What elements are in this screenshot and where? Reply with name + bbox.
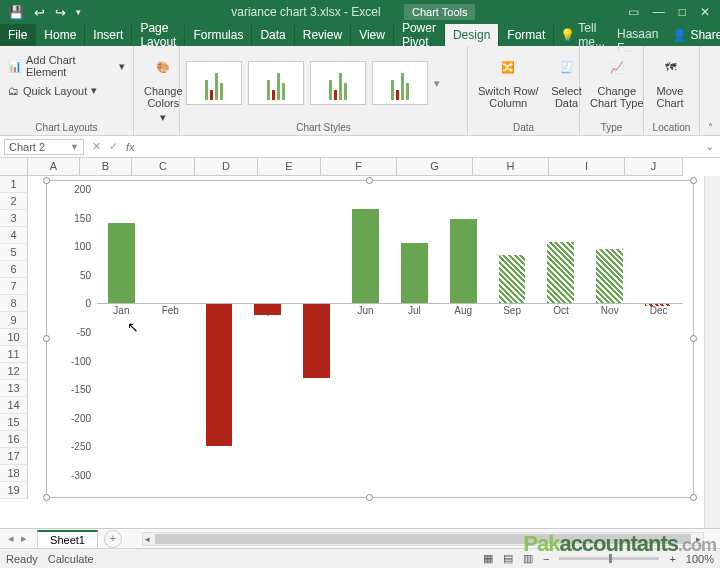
user-name[interactable]: Hasaan F... bbox=[611, 24, 664, 46]
row-header[interactable]: 16 bbox=[0, 431, 28, 448]
bar[interactable] bbox=[547, 242, 574, 303]
close-icon[interactable]: ✕ bbox=[700, 5, 710, 19]
column-header[interactable]: C bbox=[132, 158, 195, 176]
bar[interactable] bbox=[352, 209, 379, 303]
column-header[interactable]: D bbox=[195, 158, 258, 176]
enter-icon[interactable]: ✓ bbox=[109, 140, 118, 153]
chart-style-4[interactable] bbox=[372, 61, 428, 105]
column-header[interactable]: G bbox=[397, 158, 473, 176]
tab-design[interactable]: Design bbox=[445, 24, 499, 46]
bar[interactable] bbox=[303, 303, 330, 377]
resize-handle[interactable] bbox=[366, 177, 373, 184]
styles-more-icon[interactable]: ▾ bbox=[434, 77, 440, 90]
resize-handle[interactable] bbox=[690, 494, 697, 501]
tab-format[interactable]: Format bbox=[499, 24, 554, 46]
bar[interactable] bbox=[401, 243, 428, 303]
sheet-nav[interactable]: ◂ ▸ bbox=[0, 532, 37, 545]
tab-home[interactable]: Home bbox=[36, 24, 85, 46]
tab-review[interactable]: Review bbox=[295, 24, 351, 46]
cells-area[interactable]: 200150100500-50-100-150-200-250-300 JanF… bbox=[28, 176, 704, 528]
share-button[interactable]: 👤 Share bbox=[664, 24, 720, 46]
tab-insert[interactable]: Insert bbox=[85, 24, 132, 46]
tab-page-layout[interactable]: Page Layout bbox=[132, 24, 185, 46]
row-header[interactable]: 15 bbox=[0, 414, 28, 431]
switch-row-column-button[interactable]: 🔀Switch Row/ Column bbox=[474, 49, 543, 111]
column-header[interactable]: J bbox=[625, 158, 683, 176]
row-header[interactable]: 13 bbox=[0, 380, 28, 397]
row-header[interactable]: 8 bbox=[0, 295, 28, 312]
row-header[interactable]: 3 bbox=[0, 210, 28, 227]
ribbon-options-icon[interactable]: ▭ bbox=[628, 5, 639, 19]
qat-more-icon[interactable]: ▾ bbox=[76, 7, 81, 17]
row-header[interactable]: 2 bbox=[0, 193, 28, 210]
maximize-icon[interactable]: □ bbox=[679, 5, 686, 19]
row-header[interactable]: 5 bbox=[0, 244, 28, 261]
view-normal-icon[interactable]: ▦ bbox=[483, 552, 493, 565]
row-header[interactable]: 18 bbox=[0, 465, 28, 482]
undo-icon[interactable]: ↩ bbox=[34, 5, 45, 20]
column-header[interactable]: E bbox=[258, 158, 321, 176]
column-header[interactable]: B bbox=[80, 158, 132, 176]
resize-handle[interactable] bbox=[690, 335, 697, 342]
column-header[interactable]: I bbox=[549, 158, 625, 176]
column-header[interactable]: A bbox=[28, 158, 80, 176]
resize-handle[interactable] bbox=[43, 177, 50, 184]
column-header[interactable]: H bbox=[473, 158, 549, 176]
chart-style-1[interactable] bbox=[186, 61, 242, 105]
row-header[interactable]: 6 bbox=[0, 261, 28, 278]
fx-icon[interactable]: fx bbox=[126, 141, 139, 153]
tab-file[interactable]: File bbox=[0, 24, 36, 46]
tab-power-pivot[interactable]: Power Pivot bbox=[394, 24, 445, 46]
add-chart-element-button[interactable]: 📊 Add Chart Element ▾ bbox=[6, 52, 127, 80]
row-header[interactable]: 17 bbox=[0, 448, 28, 465]
chevron-down-icon[interactable]: ▼ bbox=[70, 142, 79, 152]
zoom-slider[interactable] bbox=[559, 557, 659, 560]
tab-view[interactable]: View bbox=[351, 24, 394, 46]
expand-formula-icon[interactable]: ⌄ bbox=[699, 140, 720, 153]
tab-formulas[interactable]: Formulas bbox=[185, 24, 252, 46]
quick-layout-button[interactable]: 🗂 Quick Layout ▾ bbox=[6, 82, 99, 99]
bar[interactable] bbox=[450, 219, 477, 304]
row-header[interactable]: 14 bbox=[0, 397, 28, 414]
plot-area[interactable]: 200150100500-50-100-150-200-250-300 JanF… bbox=[97, 189, 683, 475]
resize-handle[interactable] bbox=[366, 494, 373, 501]
bar[interactable] bbox=[108, 223, 135, 303]
bar[interactable] bbox=[254, 303, 281, 314]
bar[interactable] bbox=[499, 255, 526, 304]
row-header[interactable]: 10 bbox=[0, 329, 28, 346]
resize-handle[interactable] bbox=[690, 177, 697, 184]
row-header[interactable]: 7 bbox=[0, 278, 28, 295]
collapse-ribbon-icon[interactable]: ˄ bbox=[700, 46, 720, 135]
sheet-tab-active[interactable]: Sheet1 bbox=[37, 530, 98, 548]
row-header[interactable]: 1 bbox=[0, 176, 28, 193]
resize-handle[interactable] bbox=[43, 494, 50, 501]
bar[interactable] bbox=[596, 249, 623, 303]
column-header[interactable]: F bbox=[321, 158, 397, 176]
bar[interactable] bbox=[206, 303, 233, 446]
row-header[interactable]: 4 bbox=[0, 227, 28, 244]
resize-handle[interactable] bbox=[43, 335, 50, 342]
row-header[interactable]: 9 bbox=[0, 312, 28, 329]
tab-data[interactable]: Data bbox=[252, 24, 294, 46]
chart-style-2[interactable] bbox=[248, 61, 304, 105]
chart-object[interactable]: 200150100500-50-100-150-200-250-300 JanF… bbox=[46, 180, 694, 498]
cancel-icon[interactable]: ✕ bbox=[92, 140, 101, 153]
x-tick-label: Aug bbox=[454, 305, 472, 316]
formula-input[interactable] bbox=[145, 138, 699, 156]
view-layout-icon[interactable]: ▤ bbox=[503, 552, 513, 565]
y-tick-label: -100 bbox=[71, 355, 91, 366]
row-header[interactable]: 11 bbox=[0, 346, 28, 363]
change-chart-type-button[interactable]: 📈Change Chart Type bbox=[586, 49, 648, 111]
name-box[interactable]: Chart 2▼ bbox=[4, 139, 84, 155]
move-chart-button[interactable]: 🗺Move Chart bbox=[650, 49, 690, 111]
vertical-scrollbar[interactable] bbox=[704, 176, 720, 528]
save-icon[interactable]: 💾 bbox=[8, 5, 24, 20]
select-all-corner[interactable] bbox=[0, 158, 28, 176]
tell-me[interactable]: 💡 Tell me... bbox=[554, 24, 611, 46]
minimize-icon[interactable]: — bbox=[653, 5, 665, 19]
redo-icon[interactable]: ↪ bbox=[55, 5, 66, 20]
row-header[interactable]: 19 bbox=[0, 482, 28, 499]
row-header[interactable]: 12 bbox=[0, 363, 28, 380]
add-sheet-button[interactable]: + bbox=[104, 530, 122, 548]
chart-style-3[interactable] bbox=[310, 61, 366, 105]
